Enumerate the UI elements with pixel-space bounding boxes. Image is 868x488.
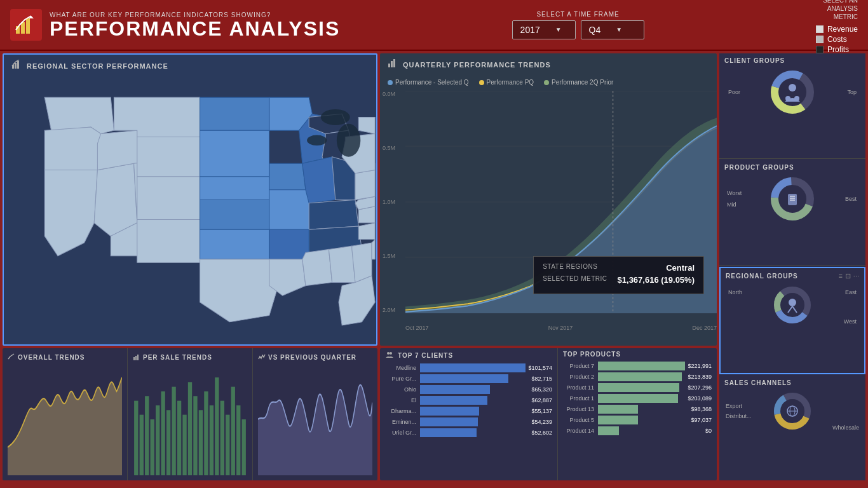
- svg-marker-11: [94, 163, 137, 236]
- svg-marker-9: [44, 127, 100, 170]
- regional-expand-icon[interactable]: ⊡: [845, 272, 851, 280]
- svg-rect-106: [236, 405, 240, 475]
- top-clients-section: TOP 7 CLIENTS Medline $101,574 Pure Gr..…: [380, 348, 558, 480]
- svg-marker-43: [358, 223, 375, 240]
- client-bar-fill: [420, 407, 479, 416]
- product-bar-item: Product 14 $0: [563, 426, 712, 435]
- product-bar-fill: [598, 416, 638, 424]
- client-value: $82,715: [531, 376, 552, 382]
- header: WHAT ARE OUR KEY PERFORMANCE INDICATORS …: [0, 0, 868, 51]
- svg-rect-91: [156, 405, 159, 475]
- product-name: Product 5: [563, 417, 598, 423]
- svg-point-77: [789, 299, 796, 306]
- chart-tooltip: STATE REGIONS Central SELECTED METRIC $1…: [533, 256, 704, 294]
- costs-option[interactable]: Costs: [816, 35, 858, 44]
- regional-groups-donut: [769, 285, 817, 326]
- product-name: Product 1: [563, 395, 598, 402]
- quarterly-trends-panel: QUARTERLY PERFORMANCE TRENDS Performance…: [380, 53, 717, 346]
- client-bar-item: Eminen... $54,239: [385, 417, 552, 426]
- profits-option[interactable]: Profits: [816, 45, 858, 54]
- svg-marker-25: [269, 190, 313, 229]
- legend-2q-prior: Performance 2Q Prior: [544, 79, 613, 86]
- bottom-middle-panel: TOP 7 CLIENTS Medline $101,574 Pure Gr..…: [380, 348, 717, 480]
- svg-marker-22: [200, 200, 273, 229]
- x-label-dec: Dec 2017: [692, 325, 717, 331]
- client-groups-top: Top: [847, 89, 857, 95]
- product-value: $207,296: [688, 384, 712, 391]
- client-bar-item: Ohio $65,320: [385, 385, 552, 394]
- performance-icon: [10, 9, 42, 41]
- svg-point-50: [337, 124, 360, 157]
- quarter-dropdown-arrow: ▼: [616, 26, 622, 33]
- x-axis-labels: Oct 2017 Nov 2017 Dec 2017: [405, 323, 717, 332]
- sales-left-labels: Export Distribut...: [726, 403, 752, 419]
- product-bar-item: Product 7 $221,991: [563, 362, 712, 370]
- svg-rect-54: [393, 59, 395, 67]
- revenue-option[interactable]: Revenue: [816, 25, 858, 34]
- tooltip-metric-label: SELECTED METRIC: [543, 275, 607, 285]
- svg-rect-104: [226, 415, 229, 475]
- quarterly-trends-icon: [388, 58, 398, 71]
- client-bar-fill: [420, 417, 478, 426]
- us-map-container[interactable]: [4, 78, 376, 342]
- svg-point-66: [794, 96, 799, 101]
- time-frame-controls: 2017 ▼ Q4 ▼: [512, 20, 644, 39]
- top-clients-title: TOP 7 CLIENTS: [385, 351, 552, 360]
- profits-label: Profits: [827, 45, 849, 54]
- svg-point-65: [785, 96, 790, 101]
- year-dropdown[interactable]: 2017 ▼: [512, 20, 576, 39]
- y-label-4: 0.0M: [383, 91, 395, 97]
- legend-dot-pq: [479, 80, 484, 85]
- product-bar-fill: [598, 372, 682, 381]
- client-bar-track: [420, 407, 529, 416]
- product-name: Product 11: [563, 384, 598, 391]
- product-bar-track: [598, 416, 688, 424]
- client-bar-item: Dharma... $55,137: [385, 407, 552, 416]
- product-bar-track: [598, 372, 685, 381]
- overall-trends-title: OVERALL TRENDS: [8, 353, 122, 361]
- svg-rect-92: [161, 391, 165, 475]
- regional-menu-icon[interactable]: ≡: [838, 272, 842, 280]
- bottom-left-panel: OVERALL TRENDS PER SALE TRENDS: [3, 348, 377, 480]
- product-value: $97,037: [691, 417, 712, 423]
- svg-marker-38: [302, 249, 332, 285]
- svg-rect-89: [145, 396, 149, 475]
- product-groups-donut: [767, 177, 818, 221]
- regional-west-label: West: [844, 318, 857, 325]
- metric-options: Revenue Costs Profits: [816, 25, 858, 54]
- client-value: $62,887: [531, 397, 552, 403]
- quarter-dropdown[interactable]: Q4 ▼: [581, 20, 644, 39]
- svg-marker-29: [302, 157, 336, 203]
- client-bar-fill: [420, 363, 526, 372]
- sales-channels-chart: Export Distribut... Wholesale: [724, 389, 860, 433]
- svg-rect-84: [133, 357, 135, 360]
- client-name: Pure Gr...: [385, 376, 420, 382]
- profits-checkbox[interactable]: [816, 46, 824, 53]
- quarterly-trends-title: QUARTERLY PERFORMANCE TRENDS: [403, 61, 551, 69]
- year-dropdown-arrow: ▼: [555, 26, 562, 33]
- product-bar-item: Product 11 $207,296: [563, 383, 712, 392]
- vs-previous-svg: [258, 363, 372, 475]
- client-bar-track: [420, 396, 529, 405]
- client-name: Ohio: [385, 386, 420, 393]
- regional-more-icon[interactable]: ···: [853, 272, 859, 280]
- product-bar-track: [598, 426, 703, 435]
- svg-rect-103: [220, 401, 224, 475]
- chart-area[interactable]: 2.0M 1.5M 1.0M 0.5M 0.0M: [380, 91, 717, 332]
- client-groups-chart: Poor Top: [724, 67, 860, 118]
- client-name: Dharma...: [385, 408, 420, 414]
- svg-marker-19: [200, 97, 269, 130]
- regional-header: REGIONAL GROUPS ≡ ⊡ ···: [726, 272, 859, 280]
- product-name: Product 2: [563, 374, 598, 380]
- per-sale-chart: [133, 363, 247, 475]
- regional-groups-title: REGIONAL GROUPS: [726, 273, 798, 280]
- costs-checkbox[interactable]: [816, 36, 824, 43]
- revenue-checkbox[interactable]: [816, 25, 824, 33]
- product-name: Product 14: [563, 428, 598, 434]
- overall-trends-svg: [8, 363, 122, 475]
- per-sale-icon: [133, 353, 140, 361]
- svg-marker-32: [309, 200, 358, 229]
- tooltip-state-value: Central: [666, 263, 695, 273]
- revenue-label: Revenue: [827, 25, 858, 34]
- overall-trends-icon: [8, 353, 15, 361]
